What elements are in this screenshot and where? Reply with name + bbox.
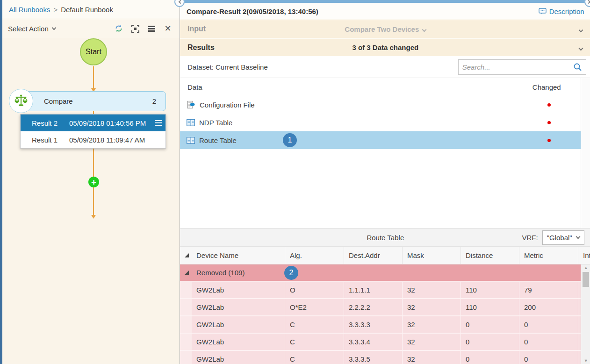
compare-results-dropdown: Result 2 05/09/2018 01:40:56 PM Result 1… — [20, 114, 166, 149]
result-name: Result 2 — [32, 119, 69, 127]
result-header: Compare-Result 2(09/05/2018, 13:40:56) D… — [180, 3, 590, 20]
row-indent-cell — [180, 351, 192, 364]
column-header-dest-addr[interactable]: Dest.Addr — [344, 247, 403, 264]
column-header-alg[interactable]: Alg. — [285, 247, 344, 264]
group-row-label: Removed (109) — [192, 264, 285, 281]
column-header-mask[interactable]: Mask — [403, 247, 461, 264]
list-item-label: Configuration File — [200, 101, 255, 109]
table-scrollbar: ▲ ▼ — [581, 264, 590, 364]
menu-icon[interactable] — [147, 24, 156, 33]
route-table-header-row: Device Name Alg. Dest.Addr Mask Distance… — [180, 247, 590, 264]
cell-distance: 110 — [461, 299, 519, 315]
group-row-removed[interactable]: Removed (109) 2 — [180, 264, 581, 282]
close-icon[interactable]: ✕ — [164, 24, 172, 33]
compare-result-count: 2 — [152, 97, 156, 105]
route-table-body: Removed (109) 2 GW2Lab O 1.1.1.1 32 110 … — [180, 264, 590, 364]
cell-device-name: GW2Lab — [192, 351, 285, 364]
select-action-dropdown[interactable]: Select Action — [8, 25, 56, 33]
route-table-rows: Removed (109) 2 GW2Lab O 1.1.1.1 32 110 … — [180, 264, 581, 364]
compare-action-node[interactable]: Compare 2 — [21, 91, 166, 111]
refresh-icon[interactable] — [115, 24, 123, 33]
column-header-interface[interactable]: Int — [578, 247, 590, 264]
add-action-button[interactable]: + — [88, 177, 99, 187]
cell-mask: 32 — [403, 316, 461, 333]
start-node[interactable]: Start — [80, 38, 107, 65]
cell-mask: 32 — [403, 334, 461, 350]
list-scrollbar-track — [581, 78, 590, 228]
comment-bubble-icon — [539, 8, 547, 14]
breadcrumb-all-runbooks[interactable]: All Runbooks — [9, 6, 50, 14]
table-row[interactable]: GW2Lab C 3.3.3.5 32 0 0 — [180, 351, 581, 364]
cell-dest-addr: 2.2.2.2 — [344, 299, 403, 315]
table-row[interactable]: GW2Lab C 3.3.3.4 32 0 0 — [180, 334, 581, 351]
cell-metric: 200 — [519, 299, 578, 315]
cell-dest-addr: 3.3.3.5 — [344, 351, 403, 364]
cell-alg: C — [285, 316, 344, 333]
cell-distance: 0 — [461, 351, 519, 364]
row-indent-cell — [180, 316, 192, 333]
search-icon[interactable] — [573, 63, 582, 71]
cell-alg: C — [285, 351, 344, 364]
scrollbar-thumb[interactable] — [583, 272, 589, 287]
table-row[interactable]: GW2Lab C 3.3.3.3 32 0 0 — [180, 316, 581, 334]
chevron-left-icon — [178, 0, 182, 4]
cell-device-name: GW2Lab — [192, 334, 285, 350]
list-item-label: Route Table — [199, 136, 237, 144]
input-section-value[interactable]: Compare Two Devices — [180, 25, 590, 33]
column-header-distance[interactable]: Distance — [461, 247, 519, 264]
changed-data-list: Data Changed Configuration File NDP Tabl… — [180, 78, 590, 228]
group-collapse-icon[interactable] — [180, 264, 192, 281]
row-indent-cell — [180, 334, 192, 350]
changed-column-label: Changed — [532, 83, 561, 91]
compare-mode-value: Compare Two Devices — [345, 25, 419, 33]
changed-indicator-dot — [547, 121, 551, 124]
scroll-up-arrow[interactable]: ▲ — [584, 264, 588, 271]
results-summary: 3 of 3 Data changed — [180, 43, 590, 51]
chevron-right-icon — [587, 0, 590, 4]
breadcrumb: All Runbooks > Default Runbook — [2, 0, 180, 19]
app-root: All Runbooks > Default Runbook Select Ac… — [0, 0, 590, 364]
vrf-control: VRF: "Global" — [522, 230, 584, 245]
row-indent-cell — [180, 299, 192, 315]
list-item-configuration-file[interactable]: Configuration File — [180, 96, 581, 114]
cell-alg: O — [285, 282, 344, 298]
chevron-down-icon — [51, 25, 56, 30]
search-input[interactable] — [462, 63, 573, 71]
list-item-route-table[interactable]: Route Table 1 — [180, 131, 581, 149]
changed-indicator-dot — [547, 103, 551, 107]
result-item-2[interactable]: Result 2 05/09/2018 01:40:56 PM — [21, 114, 165, 131]
cell-distance: 0 — [461, 316, 519, 333]
collapse-all-button[interactable] — [180, 247, 192, 264]
cell-dest-addr: 3.3.3.3 — [344, 316, 403, 333]
column-header-device-name[interactable]: Device Name — [192, 247, 285, 264]
results-section-header[interactable]: Results 3 of 3 Data changed — [180, 38, 590, 56]
flow-arrow — [93, 66, 94, 89]
result-item-1[interactable]: Result 1 05/09/2018 11:09:47 AM — [21, 131, 165, 148]
compare-node-label: Compare — [44, 97, 73, 105]
changed-indicator-dot — [547, 139, 551, 142]
list-item-ndp-table[interactable]: NDP Table — [180, 114, 581, 131]
cell-metric: 79 — [519, 282, 578, 298]
result-timestamp: 05/09/2018 01:40:56 PM — [69, 119, 151, 127]
breadcrumb-current: Default Runbook — [61, 6, 113, 14]
cell-alg: C — [285, 334, 344, 350]
column-header-metric[interactable]: Metric — [519, 247, 578, 264]
breadcrumb-separator: > — [53, 6, 58, 14]
result-menu-icon[interactable] — [151, 119, 162, 127]
triangle-icon — [185, 271, 189, 275]
description-link[interactable]: Description — [539, 7, 584, 15]
table-row[interactable]: GW2Lab O 1.1.1.1 32 110 79 — [180, 282, 581, 299]
table-row[interactable]: GW2Lab O*E2 2.2.2.2 32 110 200 — [180, 299, 581, 316]
input-section-header[interactable]: Input Compare Two Devices — [180, 20, 590, 38]
scroll-down-arrow[interactable]: ▼ — [584, 357, 588, 364]
cell-metric: 0 — [519, 351, 578, 364]
runbook-flow-canvas: Start Compare 2 — [2, 38, 180, 364]
result-timestamp: 05/09/2018 11:09:47 AM — [69, 136, 151, 144]
vrf-dropdown[interactable]: "Global" — [542, 230, 584, 245]
annotation-badge-2: 2 — [284, 266, 298, 280]
cell-distance: 110 — [461, 282, 519, 298]
list-item-label: NDP Table — [199, 119, 232, 127]
cell-mask: 32 — [403, 351, 461, 364]
fit-screen-icon[interactable] — [131, 24, 139, 33]
annotation-badge-1: 1 — [283, 133, 297, 147]
